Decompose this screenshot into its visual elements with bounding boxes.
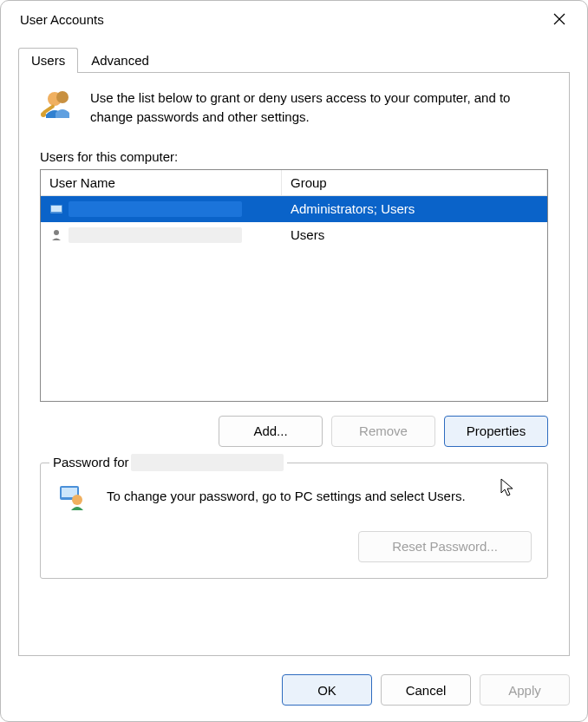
password-section: Password for To change your password, go… xyxy=(40,463,548,579)
intro-section: Use the list below to grant or deny user… xyxy=(40,89,548,127)
cell-username xyxy=(41,196,282,222)
reset-row: Reset Password... xyxy=(56,531,532,562)
dialog-buttons: OK Cancel Apply xyxy=(1,667,587,721)
close-icon xyxy=(553,13,565,25)
redacted-username xyxy=(131,454,284,471)
svg-rect-7 xyxy=(51,206,62,212)
svg-point-5 xyxy=(41,112,46,117)
password-info-row: To change your password, go to PC settin… xyxy=(56,481,532,512)
window-title: User Accounts xyxy=(20,12,104,27)
tab-advanced[interactable]: Advanced xyxy=(78,48,162,73)
cancel-button[interactable]: Cancel xyxy=(381,674,471,706)
svg-point-8 xyxy=(54,230,59,235)
apply-button: Apply xyxy=(480,674,570,706)
user-icon xyxy=(49,228,63,242)
password-user-icon xyxy=(56,481,88,512)
column-header-group[interactable]: Group xyxy=(282,170,547,195)
add-button[interactable]: Add... xyxy=(219,416,323,447)
cell-group: Users xyxy=(282,222,547,248)
user-icon xyxy=(49,202,63,216)
close-button[interactable] xyxy=(544,3,575,35)
tab-users[interactable]: Users xyxy=(18,48,78,73)
reset-password-button: Reset Password... xyxy=(358,531,532,562)
password-legend-prefix: Password for xyxy=(53,455,129,469)
properties-button[interactable]: Properties xyxy=(444,416,548,447)
ok-button[interactable]: OK xyxy=(282,674,372,706)
redacted-username xyxy=(69,227,242,243)
password-legend: Password for xyxy=(49,454,287,471)
password-info-text: To change your password, go to PC settin… xyxy=(107,489,466,503)
remove-button: Remove xyxy=(331,416,435,447)
users-list-label: Users for this computer: xyxy=(40,149,548,164)
redacted-username xyxy=(69,201,242,217)
column-header-username[interactable]: User Name xyxy=(41,170,282,195)
svg-point-3 xyxy=(56,91,69,103)
cell-username xyxy=(41,222,282,248)
table-row[interactable]: Administrators; Users xyxy=(41,196,547,222)
titlebar: User Accounts xyxy=(1,1,587,37)
intro-text: Use the list below to grant or deny user… xyxy=(90,89,548,127)
tab-content-users: Use the list below to grant or deny user… xyxy=(18,72,570,656)
svg-point-11 xyxy=(72,495,82,505)
users-list[interactable]: User Name Group Administrators; Users xyxy=(40,169,548,402)
user-accounts-window: User Accounts Users Advanced Use the lis… xyxy=(0,0,588,722)
users-key-icon xyxy=(40,89,75,123)
users-list-header: User Name Group xyxy=(41,170,547,196)
user-buttons-row: Add... Remove Properties xyxy=(40,416,548,447)
tabstrip: Users Advanced xyxy=(1,37,587,73)
cell-group: Administrators; Users xyxy=(282,196,547,222)
table-row[interactable]: Users xyxy=(41,222,547,248)
